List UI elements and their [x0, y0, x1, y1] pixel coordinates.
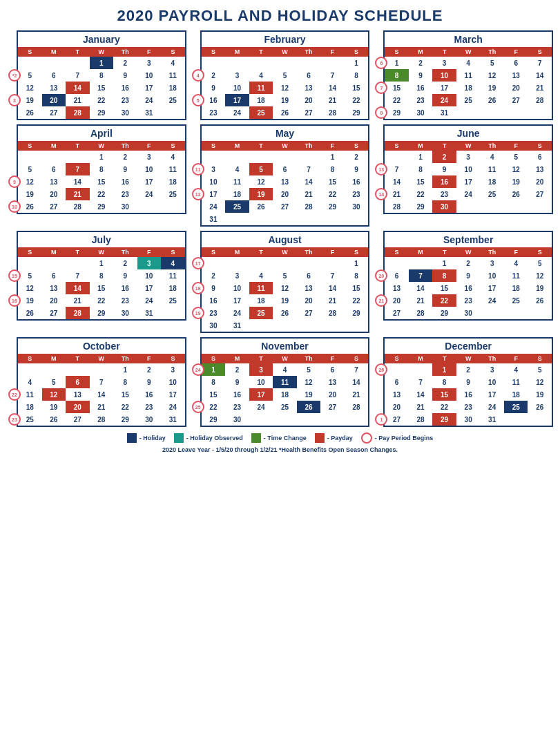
- day-cell: 4: [249, 69, 273, 82]
- week-row: 9101112131415: [202, 82, 369, 94]
- day-cell: 21: [90, 401, 114, 413]
- pay-period-indicator: 22: [8, 388, 21, 401]
- week-row: 20212223242526: [385, 401, 552, 413]
- pay-period-indicator: 23: [8, 413, 21, 426]
- day-cell: 9: [202, 82, 226, 94]
- day-cell: 19: [273, 94, 297, 106]
- day-cell: 27: [385, 413, 409, 426]
- day-cell: 6: [528, 151, 552, 163]
- day-cell: [320, 213, 345, 225]
- pay-period-indicator: 19: [192, 307, 204, 319]
- day-cell: 24: [249, 401, 273, 413]
- day-cell: 1: [345, 57, 369, 69]
- day-cell: [528, 200, 552, 213]
- day-cell: 18: [161, 175, 185, 188]
- day-cell: 8: [432, 376, 456, 388]
- day-cell: 19: [297, 388, 321, 401]
- day-cell: 16: [137, 388, 162, 401]
- month-february: FebruarySMTWThFS142345678910111213141551…: [191, 30, 370, 120]
- day-header: S: [385, 47, 409, 57]
- day-cell: 7: [66, 269, 90, 282]
- day-cell: 19: [273, 294, 297, 307]
- day-cell: 5: [42, 376, 66, 388]
- week-row: 8293031: [385, 106, 552, 119]
- day-header: M: [225, 247, 249, 257]
- day-cell: 8: [202, 376, 226, 388]
- day-cell: 13: [42, 282, 66, 294]
- day-cell: 28: [66, 106, 90, 119]
- day-cell: 2: [113, 57, 137, 69]
- day-cell: 28: [66, 200, 90, 213]
- day-header: Th: [297, 141, 321, 151]
- pay-period-indicator: 16: [8, 294, 21, 307]
- month-title-june: June: [385, 126, 552, 141]
- day-header: F: [504, 247, 528, 257]
- day-cell: 12: [18, 82, 42, 94]
- day-cell: [225, 151, 249, 163]
- day-cell: 28: [528, 94, 552, 106]
- day-cell: 8: [90, 163, 114, 175]
- day-cell: 19: [18, 294, 42, 307]
- day-cell: 19: [528, 388, 552, 401]
- day-cell: 8: [90, 269, 114, 282]
- day-header: F: [320, 141, 345, 151]
- day-header: S: [202, 247, 226, 257]
- day-cell: 24: [480, 401, 504, 413]
- payday-label: - Payday: [327, 435, 353, 441]
- day-cell: 17: [137, 82, 162, 94]
- month-box-june: JuneSMTWThFS1234561378910111213141516171…: [383, 124, 553, 214]
- day-cell: 2: [225, 363, 249, 376]
- calendar-grid: JanuarySMTWThFS1234*25678910111213141516…: [7, 30, 553, 427]
- day-cell: [273, 257, 297, 269]
- payday-box: [315, 433, 325, 443]
- day-cell: 25: [504, 401, 528, 413]
- holiday-label: - Holiday: [139, 435, 166, 441]
- day-cell: 13: [42, 175, 66, 188]
- week-row: 2120212223242526: [385, 294, 552, 307]
- day-headers: SMTWThFS: [385, 247, 552, 257]
- day-header: T: [66, 354, 90, 363]
- day-cell: 26: [504, 188, 528, 200]
- day-cell: 5: [297, 363, 321, 376]
- day-cell: 10: [432, 69, 456, 82]
- day-header: M: [225, 47, 249, 57]
- day-cell: 20: [66, 401, 90, 413]
- day-cell: 3: [225, 69, 249, 82]
- day-cell: 25: [504, 294, 528, 307]
- day-cell: 6: [385, 269, 409, 282]
- day-cell: 6: [42, 69, 66, 82]
- month-june: JuneSMTWThFS1234561378910111213141516171…: [374, 124, 553, 227]
- day-cell: [225, 57, 249, 69]
- day-cell: 23: [409, 94, 433, 106]
- day-cell: 5: [249, 163, 273, 175]
- day-cell: 28: [320, 307, 345, 319]
- day-cell: 28: [90, 413, 114, 426]
- month-title-september: September: [385, 232, 552, 247]
- week-row: 1421222324252627: [385, 188, 552, 200]
- month-box-march: MarchSMTWThFS612345678910111213147151617…: [383, 30, 553, 120]
- day-cell: 22: [385, 94, 409, 106]
- week-row: 2325262728293031: [18, 413, 185, 426]
- day-cell: 23: [202, 106, 226, 119]
- pay-period-indicator: 21: [375, 294, 387, 307]
- day-cell: 18: [249, 94, 273, 106]
- day-cell: 28: [320, 106, 345, 119]
- day-cell: 18: [225, 188, 249, 200]
- day-header: F: [504, 354, 528, 363]
- day-header: Th: [480, 247, 504, 257]
- week-row: 18192021222324: [18, 401, 185, 413]
- week-row: 113456789: [202, 163, 369, 175]
- day-cell: 15: [409, 175, 433, 188]
- day-cell: 8: [409, 163, 433, 175]
- month-box-november: NovemberSMTWThFS241234567891011121314151…: [200, 337, 370, 427]
- day-cell: 9: [345, 163, 369, 175]
- day-cell: [480, 200, 504, 213]
- day-cell: 11: [456, 69, 481, 82]
- day-cell: 9: [456, 269, 481, 282]
- day-cell: 18: [18, 401, 42, 413]
- day-cell: 17: [456, 175, 481, 188]
- day-header: S: [202, 354, 226, 363]
- day-cell: 14: [385, 175, 409, 188]
- day-header: T: [249, 247, 273, 257]
- day-cell: 12: [18, 175, 42, 188]
